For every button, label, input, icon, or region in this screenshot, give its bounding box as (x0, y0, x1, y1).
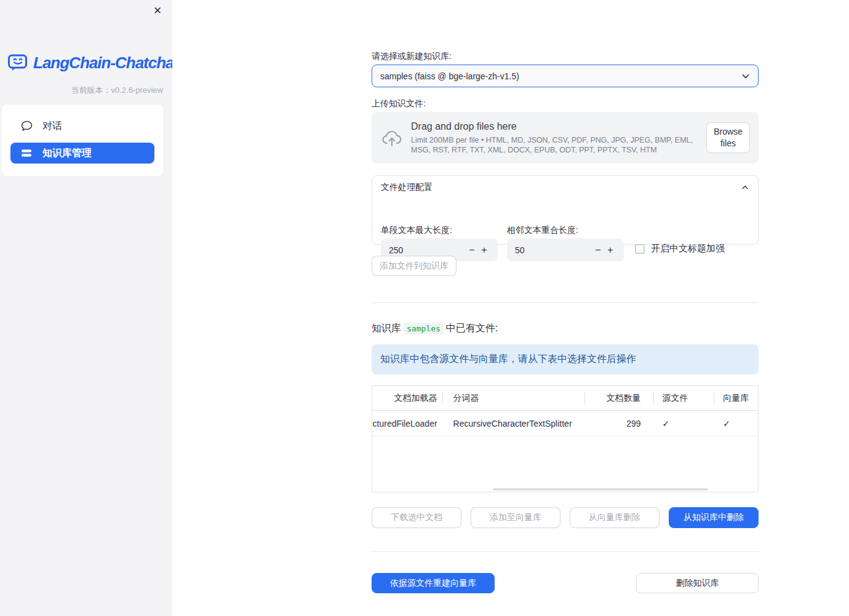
cell-vector-store-check: ✓ (712, 419, 758, 428)
chat-smiley-logo-icon (7, 53, 28, 73)
version-value: v0.2.6-preview (111, 85, 163, 95)
delete-from-vector-store-button[interactable]: 从向量库删除 (570, 507, 660, 528)
file-config-expander: 文件处理配置 单段文本最大长度: 250 − + 相邻文本重合长度: 50 − … (372, 175, 759, 245)
kb-files-suffix: 中已有文件: (446, 323, 498, 333)
divider (372, 551, 759, 552)
dropzone-limits: Limit 200MB per file • HTML, MD, JSON, C… (411, 135, 705, 155)
dropzone-title: Drag and drop files here (411, 121, 705, 132)
checkbox-box-icon[interactable] (635, 244, 645, 254)
cell-source-file-check: ✓ (653, 419, 713, 428)
column-separator (714, 392, 714, 405)
overlap-input[interactable]: 50 − + (507, 239, 624, 261)
column-separator (584, 392, 585, 405)
chevron-up-icon (741, 183, 749, 192)
kb-select-label: 请选择或新建知识库: (372, 51, 452, 62)
chunk-size-decrement-button[interactable]: − (466, 245, 478, 256)
chat-bubble-icon (20, 120, 33, 132)
divider (372, 302, 759, 303)
version-label: 当前版本： (71, 85, 111, 95)
cloud-upload-icon (381, 128, 402, 147)
delete-kb-button[interactable]: 删除知识库 (636, 573, 759, 593)
rebuild-vector-store-button[interactable]: 依据源文件重建向量库 (372, 573, 495, 593)
column-separator (442, 392, 443, 405)
main-content: 请选择或新建知识库: samples (faiss @ bge-large-zh… (172, 0, 849, 616)
app-logo: LangChain-Chatchat (7, 53, 178, 73)
add-to-vector-store-button[interactable]: 添加至向量库 (471, 507, 560, 528)
kb-files-prefix: 知识库 (372, 323, 401, 333)
sidebar-item-kb-manage-label: 知识库管理 (42, 147, 92, 160)
sidebar-item-chat-label: 对话 (42, 120, 62, 133)
knowledge-base-icon (20, 147, 33, 159)
delete-from-kb-button[interactable]: 从知识库中删除 (669, 507, 759, 528)
sidebar: ✕ LangChain-Chatchat 当前版本：v0.2.6-preview… (0, 0, 172, 616)
sidebar-item-chat[interactable]: 对话 (10, 116, 154, 136)
overlap-decrement-button[interactable]: − (592, 245, 604, 256)
overlap-value: 50 (515, 245, 592, 255)
kb-files-table[interactable]: 文档加载器 分词器 文档数量 源文件 向量库 UnstructuredFileL… (372, 385, 759, 492)
cell-doc-count: 299 (584, 419, 653, 428)
overlap-label: 相邻文本重合长度: (507, 225, 578, 236)
kb-files-heading: 知识库samples中已有文件: (372, 322, 498, 335)
table-header-splitter: 分词器 (442, 393, 584, 404)
file-config-title: 文件处理配置 (381, 182, 741, 193)
sidebar-menu: 对话 知识库管理 (2, 105, 163, 176)
sidebar-close-button[interactable]: ✕ (150, 4, 165, 18)
table-row[interactable]: UnstructuredFileLoader RecursiveCharacte… (372, 411, 758, 436)
zh-title-enhance-checkbox[interactable]: 开启中文标题加强 (635, 243, 725, 255)
table-header-loader: 文档加载器 (372, 393, 442, 404)
cell-loader: UnstructuredFileLoader (372, 419, 442, 428)
kb-select-value: samples (faiss @ bge-large-zh-v1.5) (380, 71, 741, 81)
overlap-increment-button[interactable]: + (604, 245, 616, 256)
download-selected-button[interactable]: 下载选中文档 (372, 507, 461, 528)
add-files-to-kb-button[interactable]: 添加文件到知识库 (372, 256, 456, 276)
table-header-doc-count: 文档数量 (584, 393, 653, 404)
table-header-source-file: 源文件 (653, 393, 713, 404)
upload-label: 上传知识文件: (372, 98, 426, 109)
kb-name-code: samples (404, 323, 444, 334)
zh-title-enhance-label: 开启中文标题加强 (651, 243, 725, 255)
kb-select-dropdown[interactable]: samples (faiss @ bge-large-zh-v1.5) (372, 65, 759, 87)
browse-files-button[interactable]: Browse files (706, 122, 750, 153)
dropzone-text: Drag and drop files here Limit 200MB per… (411, 121, 705, 155)
column-separator (653, 392, 654, 405)
file-dropzone[interactable]: Drag and drop files here Limit 200MB per… (372, 112, 759, 164)
table-horizontal-scrollbar[interactable] (493, 488, 708, 491)
table-header-row: 文档加载器 分词器 文档数量 源文件 向量库 (372, 386, 758, 411)
cell-splitter: RecursiveCharacterTextSplitter (442, 419, 584, 428)
sidebar-item-kb-manage[interactable]: 知识库管理 (10, 143, 154, 164)
file-config-expander-header[interactable]: 文件处理配置 (372, 176, 758, 199)
chunk-size-value: 250 (389, 245, 466, 255)
chunk-size-increment-button[interactable]: + (478, 245, 490, 256)
chevron-down-icon (741, 71, 751, 81)
version-text: 当前版本：v0.2.6-preview (71, 85, 163, 96)
chunk-size-label: 单段文本最大长度: (381, 225, 452, 236)
table-header-vector-store: 向量库 (712, 393, 758, 404)
info-banner: 知识库中包含源文件与向量库，请从下表中选择文件后操作 (372, 344, 759, 374)
app-title: LangChain-Chatchat (33, 53, 178, 73)
